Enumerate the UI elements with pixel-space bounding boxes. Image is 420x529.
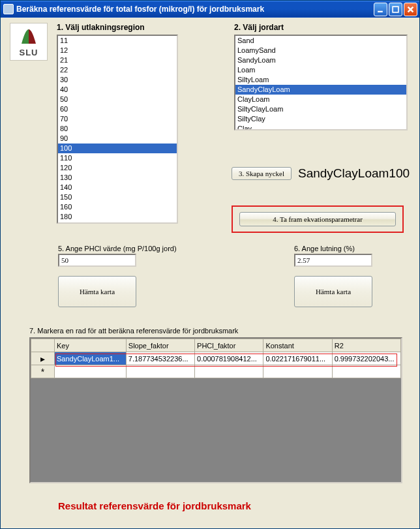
region-item[interactable]: 21 [58, 55, 177, 65]
col-key[interactable]: Key [55, 339, 127, 352]
svg-rect-0 [378, 10, 383, 12]
region-item[interactable]: 180 [58, 212, 177, 222]
region-item[interactable]: 140 [58, 183, 177, 192]
cell-phcl[interactable]: 0.000781908412... [195, 352, 263, 365]
soil-item[interactable]: SiltyLoam [235, 75, 406, 85]
params-grid[interactable]: Key Slope_faktor PHCl_faktor Konstant R2… [29, 337, 402, 483]
region-item[interactable]: 110 [58, 153, 177, 163]
region-listbox[interactable]: 1112212230405060708090100110120130140150… [57, 35, 178, 224]
slu-logo: SLU [10, 23, 48, 61]
row-indicator-icon: ▸ [31, 352, 55, 365]
cell-key[interactable]: SandyClayLoam1... [55, 352, 127, 365]
col-r2[interactable]: R2 [332, 339, 400, 352]
region-item[interactable]: 130 [58, 173, 177, 183]
slope-input[interactable] [294, 254, 372, 267]
soil-item[interactable]: Loam [235, 65, 406, 75]
phcl-input[interactable] [58, 254, 136, 267]
key-display: SandyClayLoam100 [298, 166, 410, 181]
phcl-map-button[interactable]: Hämta karta [58, 276, 136, 307]
table-row[interactable]: ▸ SandyClayLoam1... 7.187734532236... 0.… [31, 352, 401, 365]
col-konst[interactable]: Konstant [263, 339, 332, 352]
svg-rect-1 [393, 7, 398, 12]
region-item[interactable]: 70 [58, 114, 177, 124]
soil-item[interactable]: SiltyClayLoam [235, 104, 406, 114]
region-item[interactable]: 80 [58, 124, 177, 134]
window-title: Beräkna referensvärde för total fosfor (… [16, 5, 374, 14]
title-bar: Beräkna referensvärde för total fosfor (… [1, 1, 419, 18]
soil-item[interactable]: Clay [235, 124, 406, 130]
region-item[interactable]: 30 [58, 75, 177, 85]
region-item[interactable]: 90 [58, 134, 177, 144]
window-icon [3, 4, 14, 14]
soil-item[interactable]: Sand [235, 36, 406, 46]
col-slope[interactable]: Slope_faktor [126, 339, 194, 352]
grid-corner [31, 339, 55, 352]
cell-konst[interactable]: 0.022171679011... [263, 352, 332, 365]
region-item[interactable]: 160 [58, 202, 177, 212]
region-item[interactable]: 40 [58, 85, 177, 95]
step5-label: 5. Ange PHCl värde (mg P/100g jord) [58, 245, 177, 252]
region-item[interactable]: 60 [58, 104, 177, 114]
cell-slope[interactable]: 7.187734532236... [126, 352, 194, 365]
region-item[interactable]: 12 [58, 46, 177, 55]
region-item[interactable]: 100 [58, 144, 177, 153]
region-item[interactable]: 22 [58, 65, 177, 75]
region-item[interactable]: 50 [58, 95, 177, 104]
region-item[interactable]: 11 [58, 36, 177, 46]
logo-text: SLU [20, 48, 38, 57]
cell-r2[interactable]: 0.999732202043... [332, 352, 400, 365]
soil-item[interactable]: SiltyClay [235, 114, 406, 124]
step7-label: 7. Markera en rad för att beräkna refere… [29, 327, 238, 335]
close-button[interactable] [404, 3, 417, 16]
maximize-button[interactable] [389, 3, 402, 16]
soil-item[interactable]: LoamySand [235, 46, 406, 55]
soil-item[interactable]: SandyClayLoam [235, 85, 406, 95]
slope-map-button[interactable]: Hämta karta [294, 276, 372, 307]
table-new-row[interactable]: * [31, 365, 401, 378]
result-label: Resultat referensvärde för jordbruksmark [58, 500, 251, 511]
client-area: SLU 1. Välj utlakningsregion 11122122304… [1, 18, 419, 528]
region-item[interactable]: 120 [58, 163, 177, 173]
step1-label: 1. Välj utlakningsregion [57, 23, 178, 32]
region-item[interactable]: 150 [58, 192, 177, 202]
minimize-button[interactable] [374, 3, 387, 16]
create-key-button[interactable]: 3. Skapa nyckel [232, 167, 292, 180]
app-window: Beräkna referensvärde för total fosfor (… [0, 0, 420, 529]
step4-frame: 4. Ta fram ekvationsparametrar [232, 205, 404, 233]
soil-item[interactable]: SandyLoam [235, 55, 406, 65]
soil-listbox[interactable]: SandLoamySandSandyLoamLoamSiltyLoamSandy… [234, 35, 408, 130]
step2-label: 2. Välj jordart [234, 23, 408, 32]
soil-item[interactable]: ClayLoam [235, 95, 406, 104]
step6-label: 6. Ange lutning (%) [294, 245, 372, 252]
col-phcl[interactable]: PHCl_faktor [195, 339, 263, 352]
new-row-icon: * [31, 365, 55, 378]
fetch-params-button[interactable]: 4. Ta fram ekvationsparametrar [239, 212, 396, 226]
